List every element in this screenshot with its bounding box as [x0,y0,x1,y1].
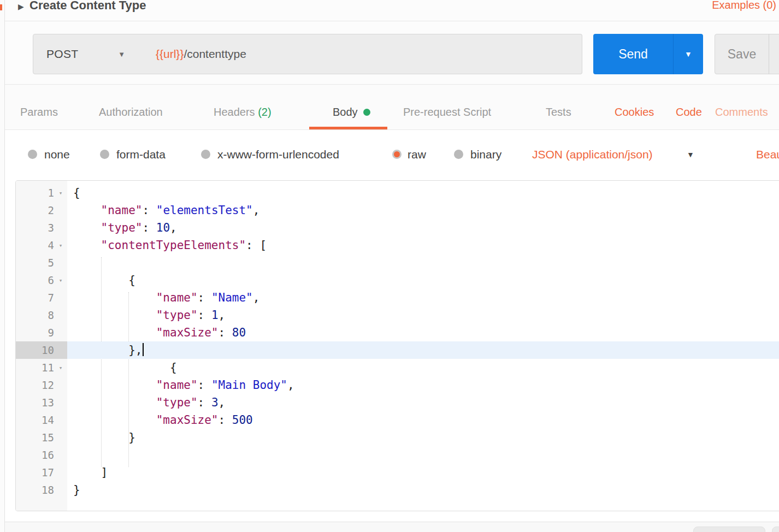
radio-label-none[interactable]: none [44,148,70,161]
gutter-cell: 5 [16,254,67,271]
code-line[interactable]: 6▾ { [16,271,779,289]
content-type-select[interactable]: JSON (application/json) [532,148,653,161]
gutter-cell: 1▾ [16,184,67,202]
gutter-cell: 15 [16,429,67,446]
gutter-cell: 11▾ [16,359,67,376]
line-number: 12 [16,379,54,391]
footer-button-partial[interactable] [772,527,779,532]
code-line[interactable]: 8 "type": 1, [16,306,779,324]
content-type-chevron-down-icon[interactable]: ▼ [687,150,694,159]
code-line[interactable]: 18} [16,481,779,499]
send-label: Send [593,34,673,74]
gutter-cell: 6▾ [16,271,67,289]
code-line[interactable]: 5 [16,254,779,271]
code-line[interactable]: 2 "name": "elementsTest", [16,202,779,219]
code-line[interactable]: 1▾{ [16,184,779,202]
tab-headers[interactable]: Headers (2) [214,106,272,119]
code-line[interactable]: 13 "type": 3, [16,394,779,411]
save-split-divider [769,34,769,74]
gutter-cell: 3 [16,219,67,237]
collapse-triangle-icon[interactable]: ▶ [18,2,24,11]
radio-form-data[interactable] [100,150,109,159]
radio-x-www-form-urlencoded[interactable] [201,150,210,159]
gutter-cell: 18 [16,481,67,499]
code-text[interactable]: { [67,184,779,202]
send-button[interactable]: Send ▼ [593,34,703,74]
line-number: 4 [16,239,54,251]
code-line[interactable]: 17 ] [16,464,779,481]
radio-binary[interactable] [454,150,463,159]
code-line[interactable]: 10 }, [16,341,779,359]
code-line[interactable]: 16 [16,446,779,464]
code-text[interactable] [67,446,779,464]
code-text[interactable]: "type": 10, [67,219,779,237]
url-path: /contenttype [184,48,246,61]
code-text[interactable]: "name": "Main Body", [67,376,779,394]
save-label: Save [715,34,769,74]
radio-label-binary[interactable]: binary [470,148,501,161]
fold-caret-icon[interactable]: ▾ [54,190,67,197]
code-line[interactable]: 14 "maxSize": 500 [16,411,779,429]
code-text[interactable] [67,254,779,271]
gutter-cell: 9 [16,324,67,341]
radio-label-x-www-form-urlencoded[interactable]: x-www-form-urlencoded [217,148,339,161]
code-text[interactable]: "name": "elementsTest", [67,202,779,219]
line-number: 17 [16,466,54,478]
gutter-cell: 16 [16,446,67,464]
chevron-down-icon: ▼ [118,34,125,74]
code-link[interactable]: Code [676,106,702,119]
code-text[interactable]: }, [67,341,779,359]
code-text[interactable]: { [67,271,779,289]
code-line[interactable]: 12 "name": "Main Body", [16,376,779,394]
radio-label-form-data[interactable]: form-data [116,148,166,161]
code-text[interactable]: "maxSize": 80 [67,324,779,341]
code-text[interactable]: "name": "Name", [67,289,779,306]
cookies-link[interactable]: Cookies [615,106,654,119]
save-button[interactable]: Save [715,34,779,74]
code-text[interactable]: } [67,429,779,446]
code-line[interactable]: 11▾ { [16,359,779,376]
gutter-cell: 17 [16,464,67,481]
url-input[interactable]: {{url}}/contenttype [139,34,582,74]
code-text[interactable]: } [67,481,779,499]
tab-pre-request-script[interactable]: Pre-request Script [403,106,491,119]
code-line[interactable]: 15 } [16,429,779,446]
gutter-cell: 14 [16,411,67,429]
fold-caret-icon[interactable]: ▾ [54,242,67,249]
url-variable: {{url}} [156,48,184,61]
code-text[interactable]: "type": 1, [67,306,779,324]
footer-button-partial[interactable] [693,527,765,532]
line-number: 6 [16,274,54,286]
code-text[interactable]: "contentTypeElements": [ [67,237,779,254]
fold-caret-icon[interactable]: ▾ [54,364,67,371]
code-line[interactable]: 4▾ "contentTypeElements": [ [16,237,779,254]
method-select[interactable]: POST ▼ [33,34,140,74]
body-code-editor[interactable]: 1▾{2 "name": "elementsTest",3 "type": 10… [15,180,779,511]
radio-raw[interactable] [392,150,402,159]
send-dropdown-icon[interactable]: ▼ [674,34,703,74]
radio-label-raw[interactable]: raw [408,148,426,161]
code-text[interactable]: ] [67,464,779,481]
beautify-link[interactable]: Beautify [756,148,779,161]
tab-authorization[interactable]: Authorization [99,106,163,119]
code-line[interactable]: 7 "name": "Name", [16,289,779,306]
line-number: 1 [16,187,54,199]
comments-link[interactable]: Comments [715,106,768,119]
body-mode-bar: JSON (application/json) ▼ Beautify nonef… [5,130,779,178]
tab-params[interactable]: Params [20,106,58,119]
gutter-cell: 8 [16,306,67,324]
code-text[interactable]: { [67,359,779,376]
tab-count: (2) [255,106,272,118]
gutter-cell: 4▾ [16,237,67,254]
panel-accent-marker [0,4,2,10]
gutter-cell: 12 [16,376,67,394]
fold-caret-icon[interactable]: ▾ [54,277,67,284]
radio-none[interactable] [28,150,37,159]
tab-body[interactable]: Body [333,106,370,119]
examples-link[interactable]: Examples (0) [712,0,776,11]
code-line[interactable]: 9 "maxSize": 80 [16,324,779,341]
tab-tests[interactable]: Tests [546,106,571,119]
code-text[interactable]: "maxSize": 500 [67,411,779,429]
code-line[interactable]: 3 "type": 10, [16,219,779,237]
code-text[interactable]: "type": 3, [67,394,779,411]
